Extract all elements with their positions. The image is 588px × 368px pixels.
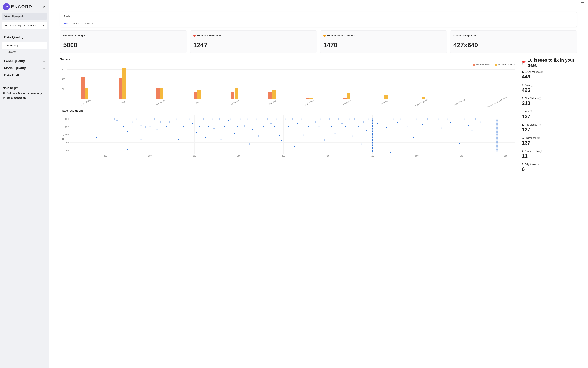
scatter-point[interactable] — [446, 118, 447, 119]
doc-link[interactable]: Documentation — [3, 96, 46, 100]
scatter-point[interactable] — [315, 121, 316, 122]
scatter-point[interactable] — [372, 140, 373, 141]
scatter-point[interactable] — [274, 126, 275, 127]
collapse-icon[interactable]: ⌃ — [571, 15, 573, 18]
issue-item[interactable]: 8. Brightness ?6 — [522, 163, 577, 172]
help-icon[interactable]: ? — [530, 110, 532, 113]
close-icon[interactable]: ✕ — [42, 4, 46, 9]
scatter-point[interactable] — [342, 123, 343, 124]
issue-item[interactable]: 3. Blue Values ?213 — [522, 97, 577, 106]
scatter-point[interactable] — [455, 118, 457, 119]
scatter-point[interactable] — [372, 131, 373, 132]
scatter-point[interactable] — [141, 139, 142, 140]
scatter-point[interactable] — [372, 147, 373, 148]
toolbox-tab-version[interactable]: Version — [84, 20, 93, 27]
toolbox-tab-filter[interactable]: Filter — [64, 20, 69, 27]
scatter-point[interactable] — [349, 118, 350, 119]
issue-item[interactable]: 2. Area ?426 — [522, 84, 577, 93]
scatter-point[interactable] — [354, 118, 355, 119]
scatter-point[interactable] — [132, 121, 133, 122]
scatter-point[interactable] — [488, 118, 489, 119]
scatter-point[interactable] — [263, 126, 264, 127]
view-all-projects-button[interactable]: View all projects — [2, 13, 47, 19]
scatter-point[interactable] — [372, 137, 373, 138]
scatter-point[interactable] — [372, 129, 373, 130]
scatter-point[interactable] — [256, 118, 257, 119]
scatter-point[interactable] — [372, 118, 373, 119]
project-selector[interactable]: [open-source][validation]-coco-2017 — [2, 22, 47, 29]
scatter-point[interactable] — [234, 133, 235, 134]
scatter-point[interactable] — [432, 133, 433, 134]
help-icon[interactable]: ? — [537, 137, 540, 139]
scatter-point[interactable] — [214, 128, 214, 129]
scatter-point[interactable] — [188, 118, 190, 119]
scatter-point[interactable] — [96, 137, 97, 138]
scatter-point[interactable] — [174, 135, 175, 136]
scatter-point[interactable] — [252, 129, 253, 130]
nav-section-data-drift[interactable]: Data Drift⌄ — [2, 72, 47, 79]
scatter-point[interactable] — [230, 118, 231, 119]
scatter-point[interactable] — [372, 125, 373, 126]
scatter-point[interactable] — [372, 121, 373, 122]
toolbox-tab-action[interactable]: Action — [73, 20, 80, 27]
scatter-point[interactable] — [372, 139, 373, 140]
scatter-point[interactable] — [258, 136, 259, 137]
scatter-point[interactable] — [288, 126, 289, 127]
scatter-point[interactable] — [237, 126, 238, 127]
scatter-point[interactable] — [372, 150, 373, 151]
bar[interactable] — [81, 77, 85, 99]
scatter-point[interactable] — [372, 142, 373, 143]
bar[interactable] — [122, 68, 126, 99]
scatter-point[interactable] — [335, 133, 336, 134]
nav-section-label-quality[interactable]: Label Quality⌄ — [2, 58, 47, 65]
scatter-point[interactable] — [160, 121, 161, 122]
scatter-point[interactable] — [228, 120, 229, 121]
scatter-point[interactable] — [372, 123, 373, 124]
bar[interactable] — [235, 88, 238, 99]
scatter-point[interactable] — [416, 118, 417, 119]
bar[interactable] — [268, 92, 272, 99]
scatter-point[interactable] — [372, 144, 373, 145]
scatter-point[interactable] — [123, 126, 124, 127]
issue-item[interactable]: 7. Aspect Ratio ?11 — [522, 150, 577, 159]
scatter-point[interactable] — [192, 123, 193, 124]
scatter-point[interactable] — [297, 123, 298, 124]
bar[interactable] — [231, 92, 234, 99]
scatter-point[interactable] — [329, 118, 330, 119]
scatter-point[interactable] — [301, 118, 302, 119]
scatter-point[interactable] — [292, 118, 293, 119]
scatter-point[interactable] — [127, 149, 128, 150]
scatter-point[interactable] — [136, 118, 137, 119]
scatter-point[interactable] — [249, 144, 250, 145]
scatter-point[interactable] — [240, 118, 241, 119]
scatter-point[interactable] — [464, 118, 465, 119]
scatter-point[interactable] — [372, 148, 373, 149]
scatter-point[interactable] — [150, 126, 151, 127]
scatter-point[interactable] — [271, 123, 272, 124]
scatter-point[interactable] — [224, 126, 225, 127]
scatter-point[interactable] — [212, 118, 213, 119]
scatter-point[interactable] — [318, 126, 320, 127]
scatter-point[interactable] — [468, 125, 469, 126]
scatter-point[interactable] — [372, 133, 373, 134]
scatter-point[interactable] — [166, 126, 167, 127]
scatter-point[interactable] — [303, 135, 304, 136]
help-icon[interactable]: ? — [531, 84, 533, 87]
bar[interactable] — [160, 88, 163, 99]
issue-item[interactable]: 5. Red Values ?137 — [522, 123, 577, 133]
scatter-point[interactable] — [345, 126, 346, 127]
scatter-point[interactable] — [221, 139, 222, 140]
scatter-point[interactable] — [267, 118, 268, 119]
help-icon[interactable]: ? — [537, 163, 540, 166]
scatter-point[interactable] — [219, 118, 220, 119]
bar-group[interactable] — [291, 98, 328, 99]
logo[interactable]: ENCORD — [3, 3, 32, 10]
scatter-point[interactable] — [244, 125, 245, 126]
bar[interactable] — [197, 90, 201, 99]
issue-item[interactable]: 6. Sharpness ?137 — [522, 137, 577, 146]
scatter-point[interactable] — [450, 122, 451, 123]
scatter-point[interactable] — [408, 126, 409, 127]
scatter-point[interactable] — [208, 126, 209, 127]
help-icon[interactable]: ? — [538, 97, 541, 100]
scatter-point[interactable] — [117, 120, 118, 121]
